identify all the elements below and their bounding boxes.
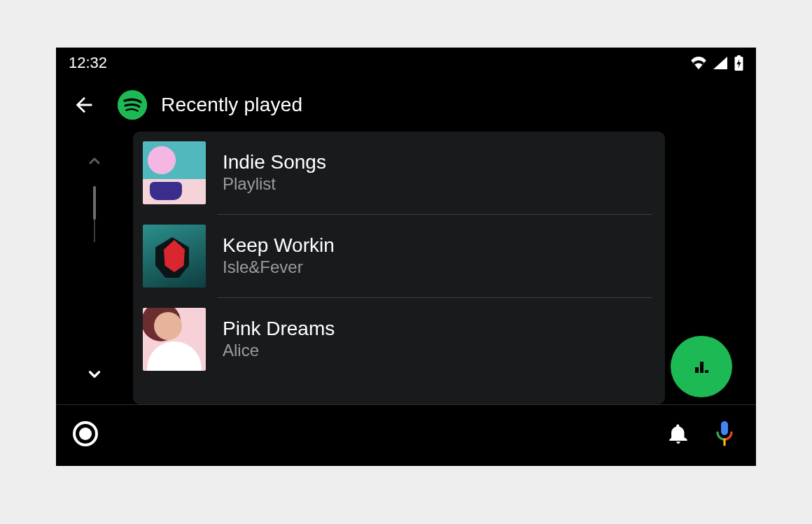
svg-rect-4 [700, 362, 704, 373]
arrow-left-icon [72, 93, 96, 117]
equalizer-icon [691, 356, 712, 377]
scroll-down-button[interactable] [85, 365, 104, 386]
track-subtitle: Alice [223, 341, 335, 360]
clock: 12:32 [69, 54, 107, 72]
track-subtitle: Isle&Fever [223, 257, 335, 277]
cellular-icon [713, 57, 727, 69]
battery-charging-icon [734, 55, 743, 71]
wifi-icon [691, 57, 706, 69]
track-title: Keep Workin [223, 235, 335, 257]
svg-point-6 [74, 423, 97, 445]
svg-rect-8 [721, 421, 728, 435]
album-art [143, 141, 206, 204]
track-subtitle: Playlist [223, 174, 326, 194]
bell-icon [666, 422, 690, 446]
svg-rect-3 [695, 367, 699, 373]
track-title: Indie Songs [223, 152, 326, 174]
main-content: Indie Songs Playlist Keep Workin Isle&Fe… [56, 132, 756, 404]
album-art [143, 308, 206, 371]
back-button[interactable] [69, 90, 99, 120]
notifications-button[interactable] [666, 422, 690, 448]
google-mic-icon [714, 420, 735, 448]
circle-icon [71, 420, 99, 448]
android-auto-screen: 12:32 [56, 48, 756, 466]
scroll-up-button[interactable] [86, 153, 103, 172]
now-playing-fab[interactable] [671, 336, 732, 397]
list-item[interactable]: Keep Workin Isle&Fever [133, 215, 665, 297]
scroll-thumb[interactable] [93, 186, 96, 220]
header: Recently played [56, 78, 756, 132]
chevron-up-icon [86, 153, 103, 169]
album-art [143, 225, 206, 288]
list-item[interactable]: Indie Songs Playlist [133, 132, 665, 214]
status-bar: 12:32 [56, 48, 756, 78]
svg-rect-0 [735, 57, 743, 71]
scroll-indicator [56, 132, 133, 404]
svg-point-2 [118, 90, 147, 120]
svg-rect-1 [737, 55, 741, 57]
spotify-logo-icon [118, 90, 147, 120]
page-title: Recently played [161, 94, 302, 116]
home-button[interactable] [71, 420, 99, 451]
track-title: Pink Dreams [223, 318, 335, 340]
list-item[interactable]: Pink Dreams Alice [133, 298, 665, 381]
nav-bar [56, 404, 756, 465]
chevron-down-icon [85, 365, 104, 383]
svg-point-7 [79, 427, 92, 440]
voice-assistant-button[interactable] [714, 420, 735, 451]
scroll-track[interactable] [94, 186, 95, 242]
svg-rect-5 [705, 370, 708, 373]
recently-played-list: Indie Songs Playlist Keep Workin Isle&Fe… [133, 132, 665, 404]
